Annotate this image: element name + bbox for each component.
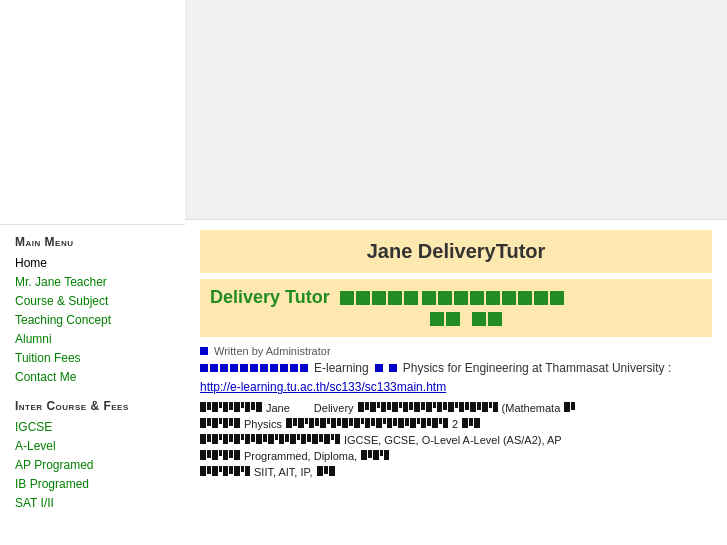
body-row-5: SIIT, AIT, IP,: [200, 466, 712, 478]
main-nav: Home Mr. Jane Teacher Course & Subject T…: [15, 255, 170, 385]
noise-1: [200, 402, 262, 412]
noise-11: [317, 466, 335, 476]
inter-course-title: Inter Course & Fees: [15, 399, 170, 413]
green-pixel-blocks-1: [340, 291, 418, 305]
nav-item-a-level[interactable]: A-Level: [15, 438, 170, 454]
top-white-area: [185, 0, 727, 220]
nav-item-igcse[interactable]: IGCSE: [15, 419, 170, 435]
noise-8: [200, 450, 240, 460]
elearning-text: E-learning: [314, 361, 369, 375]
noise-6: [462, 418, 480, 428]
written-by: Written by Administrator: [200, 345, 712, 357]
nav-item-jane-teacher[interactable]: Mr. Jane Teacher: [15, 274, 170, 290]
body-row-2: Physics 2: [200, 418, 712, 430]
green-pixel-blocks-3: [430, 312, 502, 329]
nav-item-tuition-fees[interactable]: Tuition Fees: [15, 350, 170, 366]
body-text-physics: Physics: [244, 418, 282, 430]
noise-5: [286, 418, 448, 428]
sidebar: Main Menu Home Mr. Jane Teacher Course &…: [0, 225, 185, 535]
nav-item-home[interactable]: Home: [15, 255, 170, 271]
body-text-delivery: Delivery: [314, 402, 354, 414]
inter-nav: IGCSE A-Level AP Programed IB Programed …: [15, 419, 170, 511]
nav-item-teaching-concept[interactable]: Teaching Concept: [15, 312, 170, 328]
body-text-jane: Jane: [266, 402, 290, 414]
noise-10: [200, 466, 250, 476]
delivery-label: Delivery Tutor: [210, 287, 330, 308]
main-menu-title: Main Menu: [15, 235, 170, 249]
nav-link-course-subject[interactable]: Course & Subject: [15, 293, 170, 309]
blue-dot-icon-2: [375, 364, 383, 372]
nav-link-home[interactable]: Home: [15, 255, 170, 271]
body-row-4: Programmed, Diploma,: [200, 450, 712, 462]
delivery-bar: Delivery Tutor: [200, 279, 712, 337]
body-text-mathemata: (Mathemata: [502, 402, 561, 414]
nav-item-sat[interactable]: SAT I/II: [15, 495, 170, 511]
content-area: Jane DeliveryTutor Delivery Tutor: [185, 220, 727, 492]
noise-3: [564, 402, 575, 412]
nav-link-contact-me[interactable]: Contact Me: [15, 369, 170, 385]
page-title: Jane DeliveryTutor: [200, 230, 712, 273]
nav-link-alumni[interactable]: Alumni: [15, 331, 170, 347]
elearning-row: E-learning Physics for Engineering at Th…: [200, 361, 712, 375]
right-panel: Jane DeliveryTutor Delivery Tutor: [185, 0, 727, 545]
link-row: http://e-learning.tu.ac.th/sc133/sc133ma…: [200, 379, 712, 394]
nav-link-ap-programed[interactable]: AP Programed: [15, 457, 170, 473]
nav-link-tuition-fees[interactable]: Tuition Fees: [15, 350, 170, 366]
nav-link-igcse[interactable]: IGCSE: [15, 419, 170, 435]
body-row-1: Jane Delivery (Mathemata: [200, 402, 712, 414]
body-row-3: IGCSE, GCSE, O-Level A-Level (AS/A2), AP: [200, 434, 712, 446]
nav-link-teaching-concept[interactable]: Teaching Concept: [15, 312, 170, 328]
green-pixel-blocks-2: [422, 291, 564, 305]
nav-link-ib-programed[interactable]: IB Programed: [15, 476, 170, 492]
elearning-pixel-blocks: [200, 364, 308, 372]
nav-item-alumni[interactable]: Alumni: [15, 331, 170, 347]
nav-link-a-level[interactable]: A-Level: [15, 438, 170, 454]
blue-dot-icon-3: [389, 364, 397, 372]
noise-7: [200, 434, 340, 444]
nav-link-jane-teacher[interactable]: Mr. Jane Teacher: [15, 274, 170, 290]
nav-link-sat[interactable]: SAT I/II: [15, 495, 170, 511]
noise-2: [358, 402, 498, 412]
nav-item-ib-programed[interactable]: IB Programed: [15, 476, 170, 492]
noise-9: [361, 450, 389, 460]
body-text-igcse: IGCSE, GCSE, O-Level A-Level (AS/A2), AP: [344, 434, 562, 446]
nav-item-contact-me[interactable]: Contact Me: [15, 369, 170, 385]
elearning-link[interactable]: http://e-learning.tu.ac.th/sc133/sc133ma…: [200, 380, 446, 394]
top-image-area: [0, 10, 185, 225]
nav-item-ap-programed[interactable]: AP Programed: [15, 457, 170, 473]
body-text-2: 2: [452, 418, 458, 430]
left-panel: Main Menu Home Mr. Jane Teacher Course &…: [0, 0, 185, 545]
body-text-siit: SIIT, AIT, IP,: [254, 466, 313, 478]
body-text-programmed: Programmed, Diploma,: [244, 450, 357, 462]
elearning-description: Physics for Engineering at Thammasat Uni…: [403, 361, 672, 375]
noise-4: [200, 418, 240, 428]
nav-item-course-subject[interactable]: Course & Subject: [15, 293, 170, 309]
blue-dot-icon: [200, 347, 208, 355]
